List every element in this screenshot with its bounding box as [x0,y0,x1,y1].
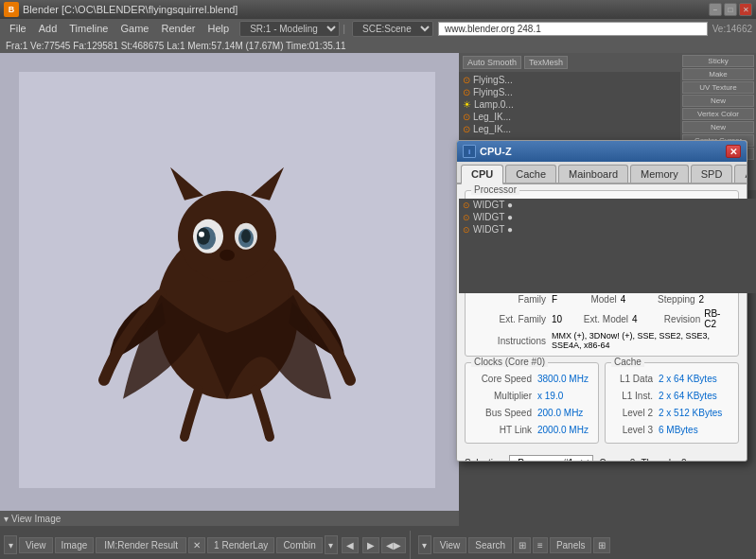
processor-select[interactable]: Processor #1 [509,455,593,462]
l1-data-label: L1 Data [611,374,659,384]
minimize-button[interactable]: − [709,3,722,16]
cores-value: 2 [630,458,636,462]
bottom-bar: ▾ View Image IM:Render Result ✕ 1 Render… [0,531,756,559]
widgt-label-0: WIDGT ● [473,200,513,210]
level2-row: Level 2 2 x 512 KBytes [611,405,732,420]
new-vc-btn[interactable]: New [682,121,754,133]
menu-bar: File Add Timeline Game Render Help SR:1 … [0,19,756,38]
family-row: Family F Model 4 Stepping 2 [471,291,732,306]
view-btn[interactable]: View [19,537,53,553]
make-btn[interactable]: Make [682,68,754,80]
panels-btn[interactable]: Panels [550,537,592,553]
svg-marker-2 [170,167,203,201]
selection-row: Selection Processor #1 Cores 2 Threads 2 [465,455,739,462]
stepping-value: 2 [699,294,732,305]
ht-link-row: HT Link 2000.0 MHz [471,422,592,437]
grid-btn[interactable]: ⊞ [514,537,531,553]
menu-render[interactable]: Render [155,21,201,36]
new-uv-btn[interactable]: New [682,95,754,107]
tab-mainboard[interactable]: Mainboard [558,165,628,183]
widgt-item-0[interactable]: ⊙ WIDGT ● [459,199,756,211]
revision-label: Revision [664,314,700,324]
right-chevron-btn[interactable]: ▶ [362,537,379,553]
search-btn[interactable]: Search [468,537,512,553]
render-result-btn[interactable]: IM:Render Result [96,537,186,553]
tex-mesh-btn[interactable]: TexMesh [524,56,568,69]
mode-selector[interactable]: SR:1 - Modeling [239,21,340,37]
vertex-color-btn[interactable]: Vertex Color [682,108,754,120]
menu-timeline[interactable]: Timeline [63,21,114,36]
right-arrow[interactable]: ▾ [325,535,338,554]
right-view-arrow[interactable]: ▾ [418,535,431,554]
title-text: Blender [C:\OC\BLENDER\flyingsquirrel.bl… [23,4,705,15]
l1-data-value: 2 x 64 KBytes [659,374,732,384]
right-view-btn[interactable]: View [433,537,467,553]
window-controls: − □ ✕ [709,3,752,16]
tab-cache[interactable]: Cache [505,165,556,183]
level3-value: 6 MBytes [659,425,732,435]
tab-memory[interactable]: Memory [630,165,689,183]
menu-help[interactable]: Help [202,21,236,36]
cpuz-title-bar: i CPU-Z ✕ [457,141,747,162]
level3-label: Level 3 [611,425,659,435]
ext-family-row: Ext. Family 10 Ext. Model 4 Revision RB-… [471,308,732,329]
l1-inst-label: L1 Inst. [611,391,659,401]
view-label[interactable]: View [11,514,32,524]
scene-selector[interactable]: SCE:Scene [352,21,433,37]
cache-group: Cache L1 Data 2 x 64 KBytes L1 Inst. 2 x… [605,362,739,444]
viewport[interactable]: ▾ View Image [0,53,459,526]
family-value: F [552,294,585,305]
menu-add[interactable]: Add [33,21,63,36]
image-btn[interactable]: Image [55,537,95,553]
left-arrow[interactable]: ▾ [4,535,17,554]
revision-value: RB-C2 [704,308,732,329]
list-btn[interactable]: ≡ [533,537,548,553]
maximize-button[interactable]: □ [724,3,737,16]
ht-link-label: HT Link [471,425,537,435]
threads-label: Threads [641,458,676,462]
bus-speed-value: 200.0 MHz [537,408,592,418]
combine-btn[interactable]: Combin [276,537,322,553]
widgt-item-1[interactable]: ⊙ WIDGT ● [459,211,756,223]
title-bar: B Blender [C:\OC\BLENDER\flyingsquirrel.… [0,0,756,19]
level2-value: 2 x 512 KBytes [659,408,732,418]
version-label: Ve:14662 [712,24,752,34]
bottom-left: ▾ View Image IM:Render Result ✕ 1 Render… [0,531,411,559]
cpuz-tabs: CPU Cache Mainboard Memory SPD About [457,162,747,184]
cpuz-dialog: i CPU-Z ✕ CPU Cache Mainboard Memory SPD… [456,140,747,462]
auto-smooth-btn[interactable]: Auto Smooth [463,56,521,69]
expand-btn[interactable]: ⊞ [593,537,610,553]
model-label: Model [590,294,616,305]
bottom-right: ▾ View Search ⊞ ≡ Panels ⊞ [414,531,615,559]
ext-model-label: Ext. Model [584,314,628,324]
cache-group-title: Cache [611,357,644,367]
left-chevron-btn[interactable]: ◀ [342,537,359,553]
level3-row: Level 3 6 MBytes [611,422,732,437]
viewport-inner [19,72,435,488]
instructions-value: MMX (+), 3DNow! (+), SSE, SSE2, SSE3, SS… [552,331,732,350]
sticky-btn[interactable]: Sticky [682,55,754,67]
outliner-item-name-3: Leg_IK... [473,112,511,122]
tab-spd[interactable]: SPD [691,165,733,183]
url-bar[interactable] [438,22,708,36]
l1-inst-value: 2 x 64 KBytes [659,391,732,401]
tab-about[interactable]: About [734,165,747,183]
multiplier-value: x 19.0 [537,391,592,401]
extra-btn[interactable]: ◀▶ [381,537,406,553]
render-layer-btn[interactable]: 1 RenderLay [207,537,274,553]
cpuz-icon: i [463,145,476,158]
outliner-item-name-2: Lamp.0... [474,99,514,110]
image-label[interactable]: Image [35,514,62,524]
menu-game[interactable]: Game [114,21,154,36]
menu-file[interactable]: File [4,21,32,36]
view-arrow[interactable]: ▾ [4,514,9,524]
close-button[interactable]: ✕ [739,3,752,16]
render-close-btn[interactable]: ✕ [188,537,205,553]
uv-texture-btn[interactable]: UV Texture [682,81,754,94]
widgt-item-2[interactable]: ⊙ WIDGT ● [459,223,756,236]
tab-cpu[interactable]: CPU [461,165,503,184]
cpuz-close-button[interactable]: ✕ [726,145,741,158]
widgt-label-1: WIDGT ● [473,212,513,222]
bus-speed-label: Bus Speed [471,408,537,418]
clocks-group: Clocks (Core #0) Core Speed 3800.0 MHz M… [465,362,599,444]
